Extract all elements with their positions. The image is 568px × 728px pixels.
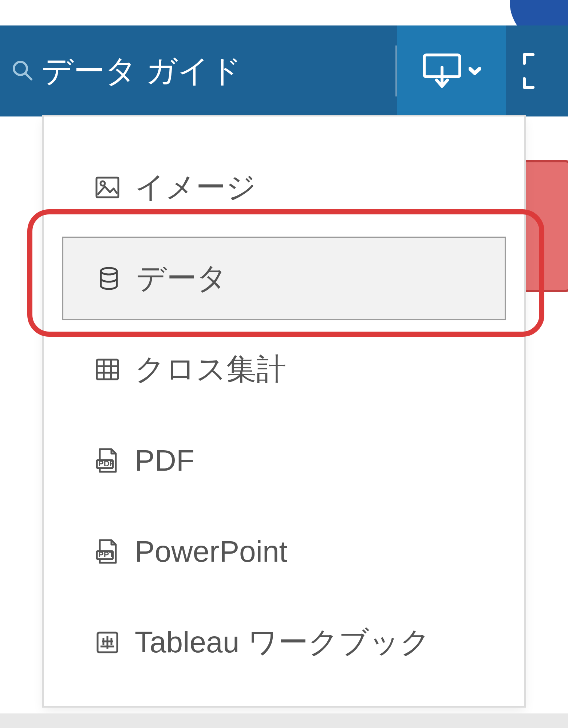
data-guide-label: データ ガイド xyxy=(42,50,242,92)
menu-item-label: クロス集計 xyxy=(135,349,286,389)
magnifier-icon xyxy=(11,59,33,81)
download-menu: イメージ データ クロス集計 PDF PDF xyxy=(44,116,524,706)
menu-item-label: Tableau ワークブック xyxy=(135,622,430,662)
database-icon xyxy=(96,266,122,291)
pdf-icon: PDF xyxy=(95,448,120,473)
menu-item-workbook[interactable]: Tableau ワークブック xyxy=(62,601,506,684)
menu-item-pdf[interactable]: PDF PDF xyxy=(62,419,506,502)
menu-item-label: PDF xyxy=(135,443,194,478)
crosstab-icon xyxy=(95,357,120,382)
toolbar: データ ガイド xyxy=(0,25,568,116)
data-guide-button[interactable]: データ ガイド xyxy=(0,25,256,116)
menu-item-powerpoint[interactable]: PPT PowerPoint xyxy=(62,510,506,593)
svg-rect-6 xyxy=(97,360,118,379)
download-button[interactable] xyxy=(397,25,506,116)
svg-rect-3 xyxy=(96,178,118,197)
menu-item-crosstab[interactable]: クロス集計 xyxy=(62,328,506,411)
svg-line-1 xyxy=(25,74,31,79)
download-icon xyxy=(422,53,462,89)
fullscreen-button[interactable] xyxy=(506,25,568,116)
toolbar-spacer xyxy=(256,25,395,116)
caret-down-icon xyxy=(469,67,481,75)
image-icon xyxy=(95,175,120,200)
svg-point-5 xyxy=(101,268,117,274)
workbook-icon xyxy=(95,630,120,655)
svg-text:PPT: PPT xyxy=(98,550,114,559)
fullscreen-icon xyxy=(521,51,561,91)
menu-item-image[interactable]: イメージ xyxy=(62,146,506,229)
menu-item-data[interactable]: データ xyxy=(62,237,506,320)
menu-item-label: PowerPoint xyxy=(135,534,287,569)
powerpoint-icon: PPT xyxy=(95,539,120,564)
canvas-edge xyxy=(0,713,568,728)
svg-text:PDF: PDF xyxy=(98,459,114,468)
menu-item-label: イメージ xyxy=(135,167,256,207)
menu-item-label: データ xyxy=(136,258,227,298)
